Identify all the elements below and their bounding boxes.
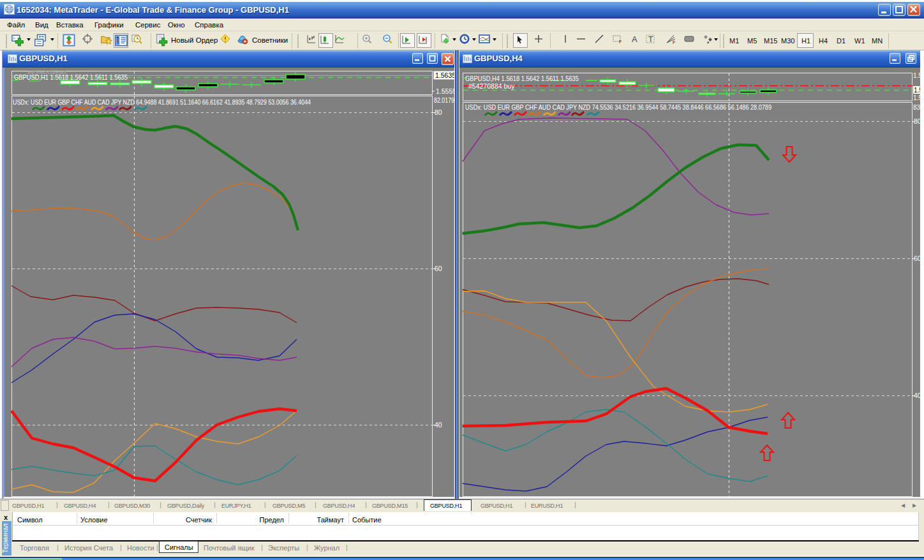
svg-text:USDx: USD EUR GBP CHF AUD CAD: USDx: USD EUR GBP CHF AUD CAD JPY NZD 64… xyxy=(13,98,311,106)
svg-text:GBPUSD,H4 1.5618 1.5642 1.561: GBPUSD,H4 1.5618 1.5642 1.5611 1.5635 xyxy=(465,75,579,82)
svg-text:40: 40 xyxy=(435,421,442,429)
svg-text:1.5555: 1.5555 xyxy=(436,87,456,95)
svg-text:F: F xyxy=(673,40,675,45)
svg-text:60: 60 xyxy=(435,265,442,272)
svg-text:GBPUSD,H1 1.5618 1.5642 1.561: GBPUSD,H1 1.5618 1.5642 1.5611 1.5635 xyxy=(14,73,128,81)
svg-text:1.5635: 1.5635 xyxy=(435,71,456,79)
svg-text:82.0179: 82.0179 xyxy=(434,96,454,104)
svg-text:T: T xyxy=(648,35,653,44)
svg-text:80: 80 xyxy=(435,108,442,116)
svg-text:USDx: USD EUR GBP CHF AUD CAD: USDx: USD EUR GBP CHF AUD CAD JPY NZD 74… xyxy=(465,103,771,111)
svg-text:#54270884 buy: #54270884 buy xyxy=(468,82,515,90)
svg-text:A: A xyxy=(632,34,637,44)
svg-text:F: F xyxy=(619,40,622,44)
